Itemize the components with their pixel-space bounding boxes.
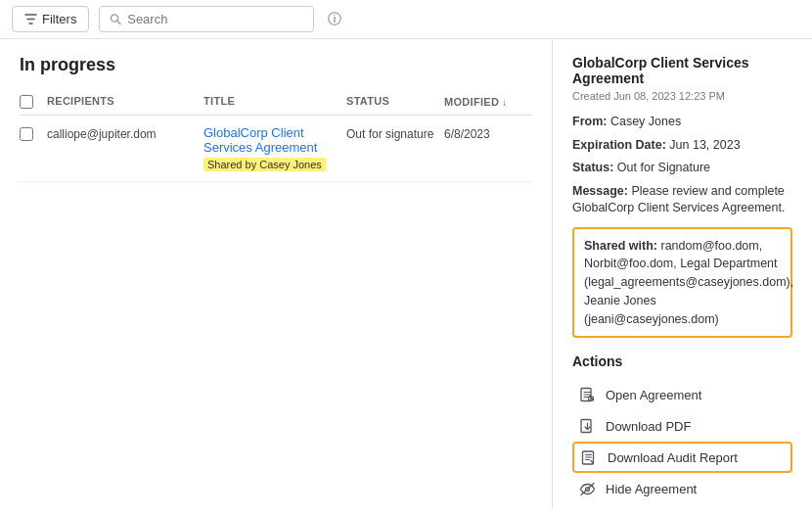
from-value: Casey Jones bbox=[610, 115, 681, 128]
title-cell: GlobalCorp Client Services Agreement Sha… bbox=[203, 125, 346, 171]
modified-cell: 6/8/2023 bbox=[444, 125, 532, 141]
from-label: From: bbox=[572, 115, 607, 128]
header-checkbox-cell bbox=[20, 95, 47, 109]
filter-label: Filters bbox=[42, 12, 76, 26]
status-value: Out for Signature bbox=[617, 161, 710, 174]
svg-line-7 bbox=[581, 483, 594, 494]
expiration-label: Expiration Date: bbox=[572, 138, 666, 152]
col-recipients: Recipients bbox=[47, 95, 203, 109]
open-agreement-icon bbox=[578, 386, 596, 403]
svg-rect-4 bbox=[581, 419, 591, 432]
detail-created: Created Jun 08, 2023 12:23 PM bbox=[572, 90, 792, 102]
hide-agreement-label: Hide Agreement bbox=[606, 482, 697, 496]
search-box bbox=[99, 6, 314, 32]
download-audit-label: Download Audit Report bbox=[608, 450, 738, 465]
row-checkbox-cell bbox=[20, 125, 47, 141]
expiration-value: Jun 13, 2023 bbox=[669, 138, 740, 152]
col-status: Status bbox=[346, 95, 444, 109]
open-agreement-label: Open Agreement bbox=[606, 388, 701, 402]
info-icon[interactable]: ⓘ bbox=[328, 11, 341, 28]
svg-line-1 bbox=[117, 21, 120, 24]
download-audit-icon bbox=[580, 448, 598, 466]
right-panel: GlobalCorp Client Services Agreement Cre… bbox=[553, 39, 812, 508]
table-row: calliope@jupiter.dom GlobalCorp Client S… bbox=[20, 116, 532, 182]
shared-with-box: Shared with: random@foo.dom, Norbit@foo.… bbox=[572, 227, 792, 339]
select-all-checkbox[interactable] bbox=[20, 95, 33, 109]
table-header: Recipients Title Status Modified ↓ bbox=[20, 91, 532, 116]
download-pdf-icon bbox=[578, 417, 596, 435]
shared-badge: Shared by Casey Jones bbox=[203, 158, 326, 171]
action-open-agreement[interactable]: Open Agreement bbox=[572, 379, 792, 410]
main-layout: In progress Recipients Title Status Modi… bbox=[0, 39, 812, 508]
action-download-audit[interactable]: Download Audit Report bbox=[572, 442, 792, 473]
doc-title-link[interactable]: GlobalCorp Client Services Agreement bbox=[203, 125, 346, 155]
top-bar: Filters ⓘ bbox=[0, 0, 812, 39]
row-checkbox[interactable] bbox=[20, 127, 33, 141]
detail-from: From: Casey Jones bbox=[572, 114, 792, 131]
download-pdf-label: Download PDF bbox=[606, 419, 691, 434]
action-share-unshare[interactable]: Share/Unshare (3) bbox=[572, 504, 792, 508]
detail-expiration: Expiration Date: Jun 13, 2023 bbox=[572, 137, 792, 155]
col-modified: Modified ↓ bbox=[444, 95, 532, 109]
shared-with-label: Shared with: bbox=[584, 239, 657, 253]
message-label: Message: bbox=[572, 184, 628, 198]
status-cell: Out for signature bbox=[346, 125, 444, 141]
search-input[interactable] bbox=[127, 12, 303, 26]
filter-icon bbox=[24, 13, 37, 25]
action-hide-agreement[interactable]: Hide Agreement bbox=[572, 473, 792, 504]
search-icon bbox=[110, 13, 121, 25]
hide-agreement-icon bbox=[578, 480, 596, 497]
left-panel: In progress Recipients Title Status Modi… bbox=[0, 39, 553, 508]
status-label: Status: bbox=[572, 161, 613, 174]
col-title: Title bbox=[203, 95, 346, 109]
recipient-cell: calliope@jupiter.dom bbox=[47, 125, 203, 141]
action-download-pdf[interactable]: Download PDF bbox=[572, 410, 792, 442]
section-title: In progress bbox=[20, 55, 532, 75]
detail-title: GlobalCorp Client Services Agreement bbox=[572, 55, 792, 86]
detail-status: Status: Out for Signature bbox=[572, 160, 792, 177]
actions-title: Actions bbox=[572, 353, 792, 369]
filter-button[interactable]: Filters bbox=[12, 6, 89, 32]
sort-arrow-icon: ↓ bbox=[502, 97, 507, 108]
detail-message: Message: Please review and complete Glob… bbox=[572, 183, 792, 217]
